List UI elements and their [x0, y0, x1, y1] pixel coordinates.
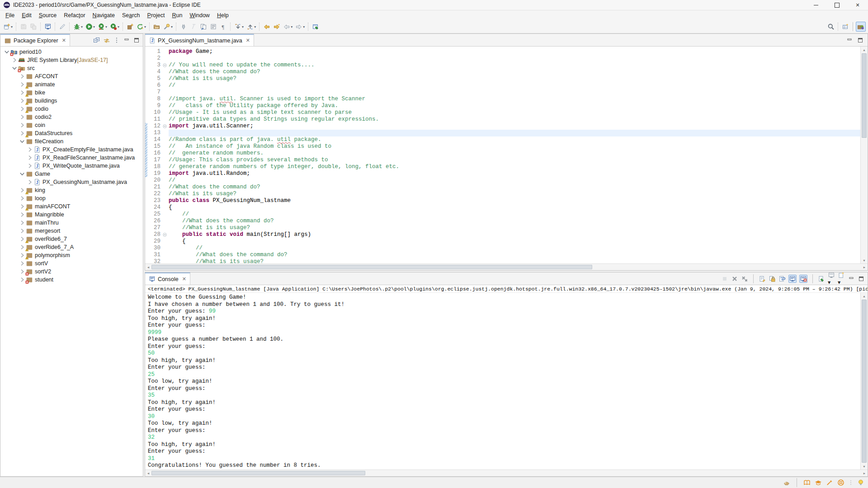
chevron-right-icon[interactable]	[11, 56, 18, 64]
tab-editor-file[interactable]: J PX_GuessingNum_lastname.java ✕	[145, 34, 254, 46]
tree-item-filecreation[interactable]: fileCreation	[0, 137, 143, 145]
maximize-button[interactable]	[857, 37, 864, 44]
code-line-10[interactable]: 10//Usage - It is used as a simple text …	[145, 109, 860, 116]
chevron-right-icon[interactable]	[19, 89, 26, 96]
menu-run[interactable]: Run	[168, 11, 186, 19]
chevron-right-icon[interactable]	[19, 227, 26, 235]
fold-collapse-icon[interactable]	[161, 62, 169, 69]
tree-item-codio2[interactable]: codio2	[0, 113, 143, 121]
chevron-right-icon[interactable]	[19, 219, 26, 226]
import-wizard-button[interactable]	[152, 22, 161, 31]
code-line-9[interactable]: 9// class of the Utility package offered…	[145, 103, 860, 109]
tree-item-override6-7-a[interactable]: overRide6_7_A	[0, 243, 143, 251]
tree-item-codio[interactable]: codio	[0, 105, 143, 113]
clear-console-button[interactable]	[759, 275, 766, 282]
show-stderr-button[interactable]	[799, 275, 807, 283]
tips-wand-button[interactable]	[826, 479, 833, 486]
close-icon[interactable]: ✕	[182, 276, 186, 282]
close-icon[interactable]: ✕	[246, 38, 250, 43]
tree-item-mergesort[interactable]: mergesort	[0, 227, 143, 235]
tree-item-px-createemptyfile-lastname-java[interactable]: JPX_CreateEmptyFile_lastname.java	[0, 145, 143, 154]
tree-item-px-writequote-lastname-java[interactable]: JPX_WriteQuote_lastname.java	[0, 162, 143, 170]
code-line-5[interactable]: 5//What is its usage?	[145, 75, 860, 82]
code-line-26[interactable]: 26 //What does the command do?	[145, 218, 860, 225]
chevron-right-icon[interactable]	[19, 195, 26, 202]
tree-item-mainafcont[interactable]: mainAFCONT	[0, 202, 143, 211]
remove-all-button[interactable]	[741, 275, 748, 282]
code-line-4[interactable]: 4//What does the command do?	[145, 69, 860, 75]
tree-item-buildings[interactable]: buildings	[0, 97, 143, 105]
maximize-button[interactable]	[133, 37, 140, 44]
fold-collapse-icon[interactable]	[161, 123, 169, 130]
tree-item-mainthru[interactable]: mainThru	[0, 219, 143, 227]
close-icon[interactable]: ✕	[62, 38, 66, 43]
code-line-23[interactable]: 23public class PX_GuessingNum_lastname	[145, 197, 860, 204]
console-horizontal-scrollbar[interactable]: ◄ ►	[145, 469, 868, 476]
code-line-24[interactable]: 24{	[145, 204, 860, 211]
code-line-11[interactable]: 11// primitive data types and Strings us…	[145, 116, 860, 123]
chevron-down-icon[interactable]	[19, 138, 26, 145]
tree-item-coin[interactable]: coin	[0, 121, 143, 129]
code-line-28[interactable]: 28 public static void main(String[] args…	[145, 231, 860, 238]
code-line-31[interactable]: 31 //What does the command do?	[145, 252, 860, 258]
code-editor[interactable]: 1package Game;23// You will need to upda…	[145, 47, 868, 263]
code-line-1[interactable]: 1package Game;	[145, 48, 860, 55]
prev-annotation-button[interactable]: ▾	[245, 22, 257, 31]
external-tools-button[interactable]	[179, 22, 188, 31]
next-annotation-button[interactable]: ▾	[233, 22, 245, 31]
code-line-32[interactable]: 32 //What is its usage?	[145, 258, 860, 263]
chevron-right-icon[interactable]	[19, 105, 26, 113]
close-window-button[interactable]: ✕	[847, 0, 868, 10]
tree-item-game[interactable]: Game	[0, 170, 143, 178]
chevron-right-icon[interactable]	[19, 187, 26, 194]
chevron-right-icon[interactable]	[26, 162, 33, 169]
forward-button[interactable]: ▾	[294, 22, 306, 31]
menu-refactor[interactable]: Refactor	[60, 11, 89, 19]
chevron-right-icon[interactable]	[19, 203, 26, 210]
debug-button[interactable]: ▾	[72, 22, 84, 31]
tree-item-polymorphism[interactable]: polymorphism	[0, 251, 143, 259]
code-line-15[interactable]: 15// An instance of java Random class is…	[145, 143, 860, 150]
code-line-14[interactable]: 14//Random class is part of java. util p…	[145, 136, 860, 143]
new-wizard-button[interactable]: ▾	[2, 22, 14, 31]
editor-horizontal-scrollbar[interactable]: ◄ ►	[145, 263, 868, 270]
code-line-25[interactable]: 25 //	[145, 211, 860, 218]
console-view-button[interactable]	[43, 22, 52, 31]
tree-item-px-guessingnum-lastname-java[interactable]: JPX_GuessingNum_lastname.java	[0, 178, 143, 186]
chevron-right-icon[interactable]	[19, 122, 26, 129]
chevron-right-icon[interactable]	[19, 268, 26, 275]
code-line-3[interactable]: 3// You will need to update the comments…	[145, 62, 860, 69]
java-perspective-button[interactable]	[856, 22, 866, 32]
tree-item-student[interactable]: student	[0, 276, 143, 284]
code-line-16[interactable]: 16// generate random numbers.	[145, 150, 860, 157]
code-line-20[interactable]: 20//	[145, 177, 860, 184]
collapse-all-button[interactable]	[93, 37, 100, 44]
tab-console[interactable]: Console ✕	[145, 272, 190, 285]
chevron-right-icon[interactable]	[19, 97, 26, 104]
menu-window[interactable]: Window	[186, 11, 213, 19]
chevron-right-icon[interactable]	[26, 178, 33, 186]
tree-item-datastructures[interactable]: DataStructures	[0, 129, 143, 137]
mark-occurrences-button[interactable]	[58, 22, 67, 31]
chevron-down-icon[interactable]	[11, 65, 18, 72]
open-perspective-button[interactable]	[841, 22, 850, 31]
scroll-lock-button[interactable]	[769, 275, 776, 282]
tree-item-src[interactable]: src	[0, 64, 143, 72]
pin-console-button[interactable]	[818, 275, 825, 282]
show-whitespace-button[interactable]: ¶	[219, 22, 228, 31]
minimize-button[interactable]	[848, 275, 855, 282]
chevron-right-icon[interactable]	[19, 113, 26, 121]
last-edit-location-button[interactable]	[262, 22, 271, 31]
chevron-right-icon[interactable]	[19, 235, 26, 243]
editor-vertical-scrollbar[interactable]: ▲ ▼	[860, 47, 868, 263]
chevron-right-icon[interactable]	[19, 260, 26, 267]
word-wrap-button[interactable]	[778, 275, 786, 282]
view-menu-button[interactable]	[113, 37, 120, 44]
tree-item-period10[interactable]: Jperiod10	[0, 48, 143, 56]
chevron-right-icon[interactable]	[19, 73, 26, 80]
tree-item-animate[interactable]: animate	[0, 80, 143, 89]
new-window-pin-button[interactable]	[311, 22, 320, 31]
back-button[interactable]: ▾	[282, 22, 293, 31]
fold-collapse-icon[interactable]	[161, 231, 169, 238]
menu-file[interactable]: File	[2, 11, 18, 19]
